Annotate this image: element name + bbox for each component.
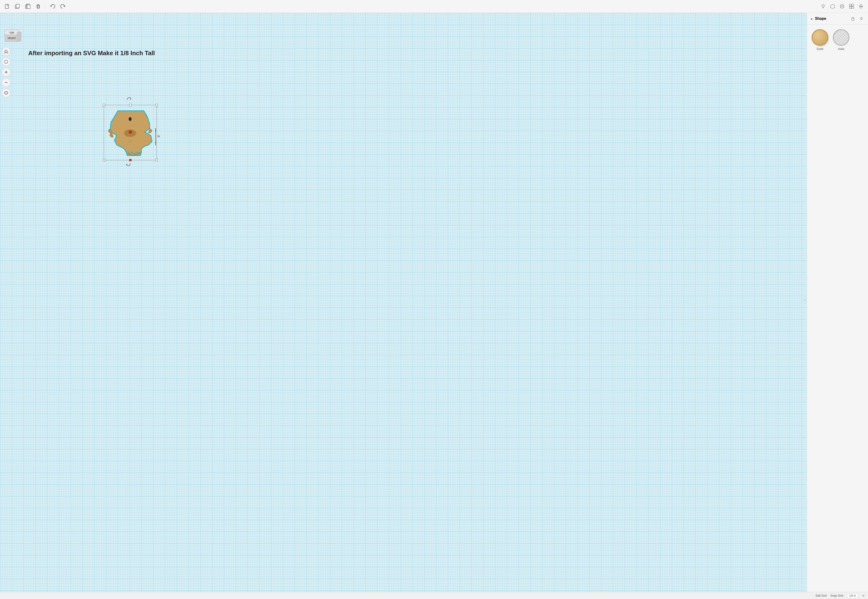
zoom-in-btn[interactable] [2,68,11,77]
svg-point-32 [129,117,132,121]
svg-rect-2 [16,4,20,8]
drag-handle[interactable] [129,131,132,134]
svg-point-25 [5,60,8,63]
copy-button[interactable] [13,2,22,11]
undo-button[interactable] [48,2,57,11]
home-btn[interactable] [2,47,11,56]
select-btn[interactable] [2,57,11,66]
new-button[interactable] [3,2,11,11]
svg-rect-5 [27,5,30,9]
canvas-area[interactable]: After importing an SVG Make it 1/8 Inch … [0,13,309,215]
annotation-text: After importing an SVG Make it 1/8 Inch … [28,50,155,57]
duplicate-button[interactable] [24,2,32,11]
view-cube[interactable]: TOP FRONT [2,30,21,47]
height-ruler: ⅛ [154,128,166,146]
view-3d-btn[interactable] [2,89,11,97]
rotate-handle-top[interactable] [126,97,131,103]
redo-button[interactable] [59,2,67,11]
svg-rect-0 [5,4,9,9]
center-dot-lower [129,140,132,143]
delete-button[interactable] [34,2,42,11]
cube-side[interactable] [17,32,21,41]
cube-front[interactable]: FRONT [5,35,19,42]
zoom-out-btn[interactable] [2,78,11,87]
height-value: ⅛ [157,134,160,138]
top-toolbar [0,0,309,13]
rotate-handle-bottom[interactable] [126,161,131,168]
